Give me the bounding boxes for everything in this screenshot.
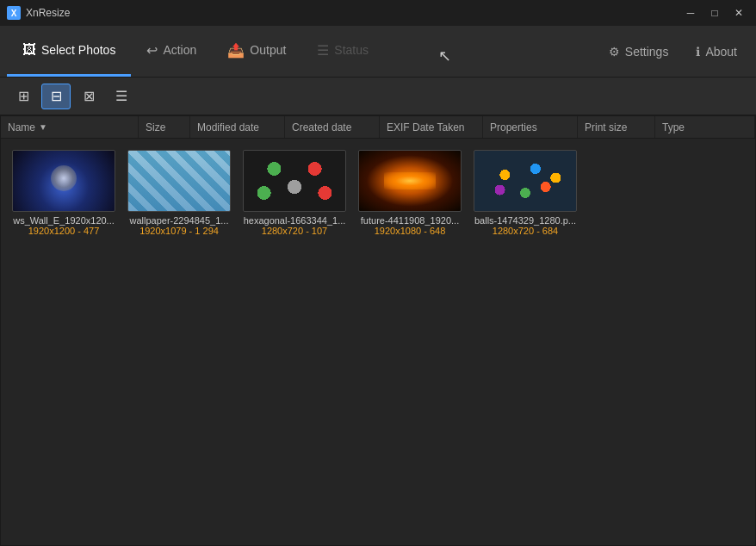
list-item[interactable]: wallpaper-2294845_1... 1920x1079 - 1 294: [123, 146, 235, 240]
window-controls: ─ □ ✕: [680, 4, 749, 22]
file-area: Name ▼ Size Modified date Created date E…: [0, 115, 756, 546]
main-content: Name ▼ Size Modified date Created date E…: [0, 115, 756, 546]
main-toolbar: 🖼 Select Photos ↩ Action 📤 Output ☰ Stat…: [0, 26, 756, 78]
file-name-4: future-4411908_1920...: [358, 215, 462, 226]
close-window-button[interactable]: ✕: [728, 4, 749, 22]
file-dims-2: 1920x1079 - 1 294: [139, 226, 219, 236]
file-name-5: balls-1474329_1280.p...: [474, 215, 577, 226]
file-thumbnail-5: [474, 150, 577, 212]
file-dims-4: 1920x1080 - 648: [375, 226, 446, 236]
view-grid-medium-button[interactable]: ⊟: [41, 84, 71, 109]
file-name-2: wallpaper-2294845_1...: [127, 215, 231, 226]
view-list-button[interactable]: ☰: [107, 84, 136, 109]
app-icon: X: [7, 6, 21, 20]
list-item[interactable]: hexagonal-1663344_1... 1280x720 - 107: [239, 146, 350, 240]
col-header-modified[interactable]: Modified date: [190, 116, 285, 138]
tab-status: ☰ Status: [301, 26, 384, 77]
file-thumbnail-4: [358, 150, 462, 212]
file-thumbnail-1: [12, 150, 115, 212]
list-item[interactable]: future-4411908_1920... 1920x1080 - 648: [354, 146, 466, 240]
col-header-name[interactable]: Name ▼: [1, 116, 139, 138]
settings-label: Settings: [625, 45, 669, 59]
file-thumbnail-2: [127, 150, 231, 212]
list-item[interactable]: balls-1474329_1280.p... 1280x720 - 684: [469, 146, 581, 240]
col-header-exif[interactable]: EXIF Date Taken: [380, 116, 483, 138]
col-header-print-size[interactable]: Print size: [578, 116, 655, 138]
file-dims-3: 1280x720 - 107: [262, 226, 327, 236]
column-header: Name ▼ Size Modified date Created date E…: [1, 116, 755, 139]
list-item[interactable]: ws_Wall_E_1920x120... 1920x1200 - 477: [8, 146, 120, 240]
view-grid-large-button[interactable]: ⊞: [9, 84, 38, 109]
file-list: ws_Wall_E_1920x120... 1920x1200 - 477 wa…: [1, 139, 755, 545]
about-label: About: [705, 45, 737, 59]
right-tabs: ↖ ⚙ Settings ℹ About: [597, 34, 749, 69]
file-dims-1: 1920x1200 - 477: [28, 226, 100, 236]
view-grid-small-button[interactable]: ⊠: [74, 84, 103, 109]
tab-select-photos-label: Select Photos: [41, 43, 115, 57]
tab-select-photos[interactable]: 🖼 Select Photos: [7, 26, 131, 77]
settings-tab[interactable]: ⚙ Settings: [597, 34, 681, 69]
tab-action-label: Action: [163, 43, 196, 57]
file-dims-5: 1280x720 - 684: [493, 226, 558, 236]
file-name-1: ws_Wall_E_1920x120...: [12, 215, 115, 226]
select-photos-icon: 🖼: [22, 42, 36, 58]
tab-output[interactable]: 📤 Output: [212, 26, 301, 77]
tab-output-label: Output: [250, 43, 286, 57]
status-icon: ☰: [317, 42, 329, 59]
minimize-button[interactable]: ─: [680, 4, 701, 22]
col-header-type[interactable]: Type: [655, 116, 755, 138]
file-thumbnail-3: [243, 150, 346, 212]
tab-group: 🖼 Select Photos ↩ Action 📤 Output ☰ Stat…: [7, 26, 597, 77]
app-title: XnResize: [26, 7, 70, 19]
col-header-created[interactable]: Created date: [285, 116, 380, 138]
sort-arrow-name: ▼: [39, 122, 47, 132]
col-header-size[interactable]: Size: [139, 116, 190, 138]
settings-icon: ⚙: [609, 45, 620, 59]
about-icon: ℹ: [696, 45, 700, 59]
tab-action[interactable]: ↩ Action: [131, 26, 212, 77]
file-name-3: hexagonal-1663344_1...: [243, 215, 346, 226]
maximize-button[interactable]: □: [704, 4, 725, 22]
title-bar: X XnResize ─ □ ✕: [0, 0, 756, 26]
title-bar-left: X XnResize: [7, 6, 70, 20]
view-toolbar: ⊞ ⊟ ⊠ ☰: [0, 78, 756, 115]
action-icon: ↩: [146, 42, 158, 59]
output-icon: 📤: [227, 42, 245, 59]
about-tab[interactable]: ℹ About: [684, 34, 749, 69]
tab-status-label: Status: [334, 43, 369, 57]
col-header-properties[interactable]: Properties: [483, 116, 578, 138]
